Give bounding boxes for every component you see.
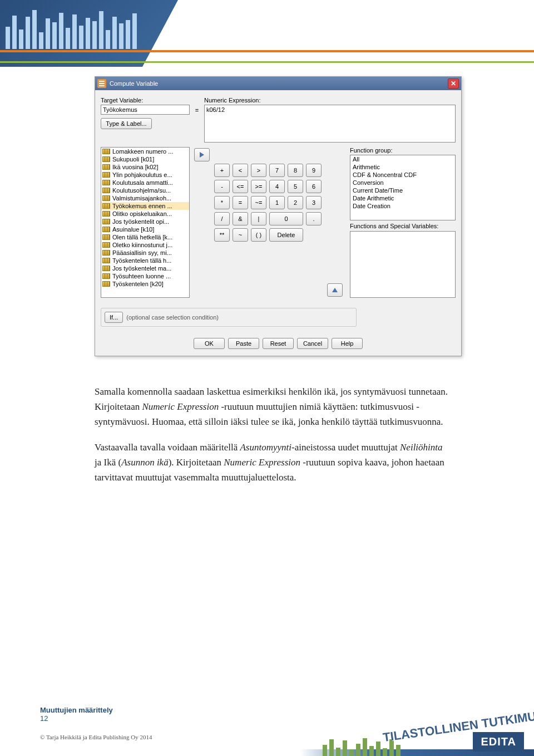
function-group-list[interactable]: AllArithmeticCDF & Noncentral CDFConvers…	[350, 155, 456, 220]
arrow-right-icon	[200, 152, 204, 158]
keypad-button[interactable]: 8	[288, 164, 303, 177]
keypad-button[interactable]: =	[233, 196, 248, 209]
function-group-item[interactable]: CDF & Noncentral CDF	[350, 171, 455, 179]
if-button[interactable]: If...	[105, 312, 123, 323]
ruler-icon	[102, 211, 110, 217]
keypad-button[interactable]: 7	[269, 164, 285, 177]
target-variable-input[interactable]	[101, 105, 190, 115]
variable-list-item[interactable]: Koulutusala ammatti...	[101, 179, 189, 186]
ruler-icon	[102, 258, 110, 263]
keypad-button[interactable]: 5	[288, 180, 303, 193]
keypad-button[interactable]: |	[251, 212, 266, 225]
keypad-button[interactable]: &	[233, 212, 248, 225]
keypad-button[interactable]: >	[251, 164, 266, 177]
keypad-button[interactable]: .	[306, 212, 322, 225]
ruler-icon	[102, 242, 110, 248]
variable-list-item[interactable]: Valmistumisajankoh...	[101, 194, 189, 202]
variable-list-item[interactable]: Ylin pohjakoulutus e...	[101, 171, 189, 179]
reset-button[interactable]: Reset	[263, 338, 294, 349]
keypad-button[interactable]: ( )	[251, 228, 266, 242]
keypad-button[interactable]: **	[214, 228, 230, 242]
variable-list-item[interactable]: Oletko kiinnostunut j...	[101, 241, 189, 249]
ok-button[interactable]: OK	[194, 338, 225, 349]
ruler-icon	[102, 188, 110, 193]
functions-special-vars-list[interactable]	[350, 231, 456, 298]
ruler-icon	[102, 234, 110, 240]
variable-list-item[interactable]: Asuinalue [k10]	[101, 225, 189, 233]
variable-item-label: Koulutusala ammatti...	[112, 179, 173, 186]
keypad-button[interactable]: 6	[306, 180, 322, 193]
move-up-button[interactable]	[327, 283, 343, 297]
function-group-item[interactable]: Arithmetic	[350, 163, 455, 171]
function-group-item[interactable]: Date Creation	[350, 202, 455, 210]
variable-list-item[interactable]: Koulutusohjelma/su...	[101, 186, 189, 194]
keypad-button[interactable]: 1	[269, 196, 285, 209]
keypad-button[interactable]: >=	[251, 180, 266, 193]
variable-item-label: Sukupuoli [k01]	[112, 156, 154, 163]
function-group-item[interactable]: Current Date/Time	[350, 186, 455, 194]
keypad-button[interactable]: -	[214, 180, 230, 193]
arrow-up-icon	[332, 288, 338, 292]
variable-item-label: Työskentelen [k20]	[112, 281, 164, 287]
keypad-button[interactable]: <=	[233, 180, 248, 193]
variable-list-item[interactable]: Työskentelen [k20]	[101, 280, 189, 288]
footer-right: TILASTOLLINEN TUTKIMUS EDITA	[300, 678, 534, 756]
variable-list-item[interactable]: Jos työskentelet ma...	[101, 264, 189, 272]
ruler-icon	[102, 273, 110, 279]
section-title: Muuttujien määrittely	[40, 706, 113, 714]
ruler-icon	[102, 149, 110, 154]
keypad-button[interactable]: 0	[269, 212, 303, 225]
ruler-icon	[102, 227, 110, 232]
variable-item-label: Työkokemus ennen ...	[112, 203, 172, 209]
dialog-titlebar: Compute Variable ✕	[95, 77, 461, 90]
ruler-icon	[102, 156, 110, 162]
variable-item-label: Työskentelen tällä h...	[112, 257, 171, 264]
delete-button[interactable]: Delete	[269, 228, 303, 242]
variable-list-item[interactable]: Ikä vuosina [k02]	[101, 163, 189, 171]
variable-item-label: Pääasiallisin syy, mi...	[112, 249, 172, 256]
keypad-button[interactable]: <	[233, 164, 248, 177]
variable-list-item[interactable]: Olen tällä hetkellä [k...	[101, 233, 189, 241]
target-variable-label: Target Variable:	[101, 97, 190, 104]
numeric-expression-input[interactable]	[204, 105, 456, 143]
keypad-button[interactable]: ~=	[251, 196, 266, 209]
variable-list-item[interactable]: Sukupuoli [k01]	[101, 155, 189, 163]
ruler-icon	[102, 180, 110, 185]
keypad-button[interactable]: +	[214, 164, 230, 177]
copyright-text: © Tarja Heikkilä ja Edita Publishing Oy …	[40, 734, 152, 740]
variable-item-label: Valmistumisajankoh...	[112, 195, 171, 202]
variable-list-item[interactable]: Olitko opiskeluaikan...	[101, 210, 189, 218]
page-number: 12	[40, 714, 113, 723]
keypad-button[interactable]: /	[214, 212, 230, 225]
keypad-button[interactable]: 3	[306, 196, 322, 209]
variable-list[interactable]: Lomakkeen numero ...Sukupuoli [k01]Ikä v…	[101, 147, 190, 298]
variable-list-item[interactable]: Pääasiallisin syy, mi...	[101, 249, 189, 257]
keypad-button[interactable]: ~	[233, 228, 248, 242]
spss-app-icon	[97, 79, 106, 88]
dialog-button-bar: OK Paste Reset Cancel Help	[95, 332, 461, 356]
paste-button[interactable]: Paste	[228, 338, 259, 349]
ruler-icon	[102, 219, 110, 224]
close-button[interactable]: ✕	[448, 78, 459, 89]
help-button[interactable]: Help	[332, 338, 363, 349]
variable-list-item[interactable]: Työkokemus ennen ...	[101, 202, 189, 210]
keypad-button[interactable]: *	[214, 196, 230, 209]
ruler-icon	[102, 266, 110, 271]
function-group-item[interactable]: All	[350, 155, 455, 163]
variable-list-item[interactable]: Työskentelen tällä h...	[101, 257, 189, 264]
type-and-label-button[interactable]: Type & Label...	[101, 118, 152, 129]
cancel-button[interactable]: Cancel	[297, 338, 328, 349]
function-group-item[interactable]: Conversion	[350, 179, 455, 186]
publisher-logo: EDITA	[473, 732, 524, 752]
variable-list-item[interactable]: Työsuhteen luonne ...	[101, 272, 189, 280]
function-group-label: Function group:	[350, 147, 456, 154]
keypad-button[interactable]: 2	[288, 196, 303, 209]
ruler-icon	[102, 281, 110, 287]
keypad-button[interactable]: 9	[306, 164, 322, 177]
move-to-expression-button[interactable]	[194, 148, 210, 161]
variable-list-item[interactable]: Jos työskentelit opi...	[101, 218, 189, 225]
variable-list-item[interactable]: Lomakkeen numero ...	[101, 148, 189, 155]
variable-item-label: Koulutusohjelma/su...	[112, 187, 171, 194]
keypad-button[interactable]: 4	[269, 180, 285, 193]
function-group-item[interactable]: Date Arithmetic	[350, 194, 455, 202]
